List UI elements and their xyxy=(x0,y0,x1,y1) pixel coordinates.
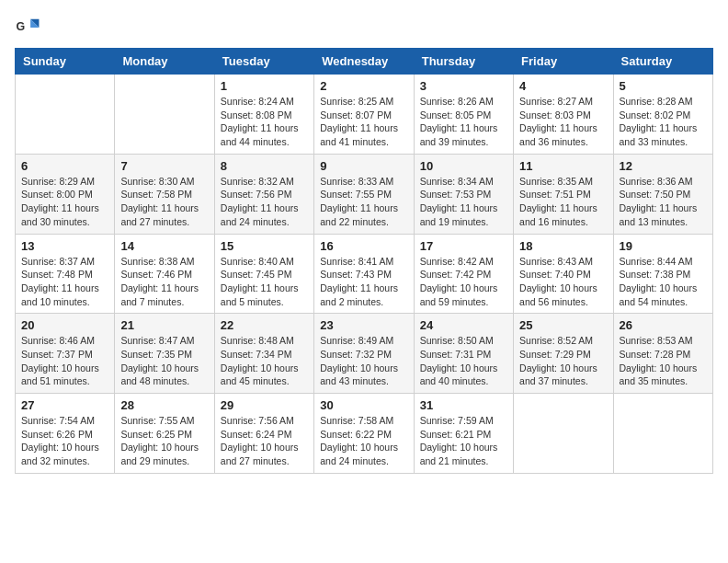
cell-content: Sunrise: 8:33 AM Sunset: 7:55 PM Dayligh… xyxy=(320,175,407,229)
cell-content: Sunrise: 8:41 AM Sunset: 7:43 PM Dayligh… xyxy=(320,255,407,309)
cell-content: Sunrise: 8:32 AM Sunset: 7:56 PM Dayligh… xyxy=(221,175,308,229)
day-number: 20 xyxy=(21,318,108,332)
cell-content: Sunrise: 7:58 AM Sunset: 6:22 PM Dayligh… xyxy=(320,414,407,468)
day-number: 28 xyxy=(120,398,208,412)
day-number: 18 xyxy=(519,239,607,253)
col-header-sunday: Sunday xyxy=(16,49,115,75)
day-number: 27 xyxy=(21,398,108,412)
day-number: 7 xyxy=(120,159,208,173)
calendar-cell: 27Sunrise: 7:54 AM Sunset: 6:26 PM Dayli… xyxy=(16,394,115,474)
cell-content: Sunrise: 7:54 AM Sunset: 6:26 PM Dayligh… xyxy=(21,414,108,468)
cell-content: Sunrise: 8:50 AM Sunset: 7:31 PM Dayligh… xyxy=(420,334,507,388)
cell-content: Sunrise: 8:26 AM Sunset: 8:05 PM Dayligh… xyxy=(420,95,507,149)
day-number: 25 xyxy=(519,318,607,332)
cell-content: Sunrise: 8:24 AM Sunset: 8:08 PM Dayligh… xyxy=(221,95,308,149)
col-header-wednesday: Wednesday xyxy=(314,49,414,75)
cell-content: Sunrise: 8:27 AM Sunset: 8:03 PM Dayligh… xyxy=(519,95,607,149)
cell-content: Sunrise: 8:35 AM Sunset: 7:51 PM Dayligh… xyxy=(519,175,607,229)
calendar-cell xyxy=(514,394,613,474)
calendar-cell: 12Sunrise: 8:36 AM Sunset: 7:50 PM Dayli… xyxy=(613,154,712,234)
calendar-cell: 5Sunrise: 8:28 AM Sunset: 8:02 PM Daylig… xyxy=(613,75,712,155)
day-number: 8 xyxy=(221,159,308,173)
calendar-cell: 31Sunrise: 7:59 AM Sunset: 6:21 PM Dayli… xyxy=(414,394,513,474)
cell-content: Sunrise: 8:46 AM Sunset: 7:37 PM Dayligh… xyxy=(21,334,108,388)
day-number: 21 xyxy=(120,318,208,332)
calendar-cell: 30Sunrise: 7:58 AM Sunset: 6:22 PM Dayli… xyxy=(314,394,414,474)
calendar-cell: 13Sunrise: 8:37 AM Sunset: 7:48 PM Dayli… xyxy=(16,234,115,314)
calendar-week-row: 20Sunrise: 8:46 AM Sunset: 7:37 PM Dayli… xyxy=(16,314,713,394)
calendar-cell: 21Sunrise: 8:47 AM Sunset: 7:35 PM Dayli… xyxy=(115,314,214,394)
day-number: 3 xyxy=(420,79,507,93)
calendar-cell: 16Sunrise: 8:41 AM Sunset: 7:43 PM Dayli… xyxy=(314,234,414,314)
calendar-week-row: 27Sunrise: 7:54 AM Sunset: 6:26 PM Dayli… xyxy=(16,394,713,474)
calendar-cell: 4Sunrise: 8:27 AM Sunset: 8:03 PM Daylig… xyxy=(514,75,613,155)
logo: G xyxy=(15,15,44,40)
day-number: 19 xyxy=(620,239,707,253)
calendar-cell: 1Sunrise: 8:24 AM Sunset: 8:08 PM Daylig… xyxy=(214,75,313,155)
calendar-cell: 9Sunrise: 8:33 AM Sunset: 7:55 PM Daylig… xyxy=(314,154,414,234)
cell-content: Sunrise: 8:36 AM Sunset: 7:50 PM Dayligh… xyxy=(620,175,707,229)
cell-content: Sunrise: 8:30 AM Sunset: 7:58 PM Dayligh… xyxy=(120,175,208,229)
calendar-cell: 20Sunrise: 8:46 AM Sunset: 7:37 PM Dayli… xyxy=(16,314,115,394)
calendar-cell xyxy=(16,75,115,155)
cell-content: Sunrise: 8:34 AM Sunset: 7:53 PM Dayligh… xyxy=(420,175,507,229)
col-header-friday: Friday xyxy=(514,49,613,75)
calendar-cell: 25Sunrise: 8:52 AM Sunset: 7:29 PM Dayli… xyxy=(514,314,613,394)
cell-content: Sunrise: 8:48 AM Sunset: 7:34 PM Dayligh… xyxy=(221,334,308,388)
calendar-cell: 14Sunrise: 8:38 AM Sunset: 7:46 PM Dayli… xyxy=(115,234,214,314)
day-number: 22 xyxy=(221,318,308,332)
calendar-cell: 15Sunrise: 8:40 AM Sunset: 7:45 PM Dayli… xyxy=(214,234,313,314)
day-number: 30 xyxy=(320,398,407,412)
day-number: 16 xyxy=(320,239,407,253)
col-header-saturday: Saturday xyxy=(613,49,712,75)
calendar-cell: 17Sunrise: 8:42 AM Sunset: 7:42 PM Dayli… xyxy=(414,234,513,314)
day-number: 26 xyxy=(620,318,707,332)
cell-content: Sunrise: 8:38 AM Sunset: 7:46 PM Dayligh… xyxy=(120,255,208,309)
col-header-monday: Monday xyxy=(115,49,214,75)
cell-content: Sunrise: 8:49 AM Sunset: 7:32 PM Dayligh… xyxy=(320,334,407,388)
day-number: 12 xyxy=(620,159,707,173)
day-number: 24 xyxy=(420,318,507,332)
calendar-cell: 28Sunrise: 7:55 AM Sunset: 6:25 PM Dayli… xyxy=(115,394,214,474)
cell-content: Sunrise: 8:42 AM Sunset: 7:42 PM Dayligh… xyxy=(420,255,507,309)
calendar-cell: 8Sunrise: 8:32 AM Sunset: 7:56 PM Daylig… xyxy=(214,154,313,234)
cell-content: Sunrise: 8:40 AM Sunset: 7:45 PM Dayligh… xyxy=(221,255,308,309)
calendar-cell: 3Sunrise: 8:26 AM Sunset: 8:05 PM Daylig… xyxy=(414,75,513,155)
day-number: 23 xyxy=(320,318,407,332)
calendar-cell: 6Sunrise: 8:29 AM Sunset: 8:00 PM Daylig… xyxy=(16,154,115,234)
calendar-header-row: SundayMondayTuesdayWednesdayThursdayFrid… xyxy=(16,49,713,75)
cell-content: Sunrise: 8:43 AM Sunset: 7:40 PM Dayligh… xyxy=(519,255,607,309)
calendar-cell: 10Sunrise: 8:34 AM Sunset: 7:53 PM Dayli… xyxy=(414,154,513,234)
day-number: 31 xyxy=(420,398,507,412)
day-number: 6 xyxy=(21,159,108,173)
day-number: 9 xyxy=(320,159,407,173)
col-header-tuesday: Tuesday xyxy=(214,49,313,75)
day-number: 17 xyxy=(420,239,507,253)
day-number: 5 xyxy=(620,79,707,93)
cell-content: Sunrise: 8:53 AM Sunset: 7:28 PM Dayligh… xyxy=(620,334,707,388)
calendar-cell: 18Sunrise: 8:43 AM Sunset: 7:40 PM Dayli… xyxy=(514,234,613,314)
calendar-week-row: 1Sunrise: 8:24 AM Sunset: 8:08 PM Daylig… xyxy=(16,75,713,155)
calendar-week-row: 13Sunrise: 8:37 AM Sunset: 7:48 PM Dayli… xyxy=(16,234,713,314)
day-number: 14 xyxy=(120,239,208,253)
calendar-cell: 7Sunrise: 8:30 AM Sunset: 7:58 PM Daylig… xyxy=(115,154,214,234)
day-number: 15 xyxy=(221,239,308,253)
day-number: 1 xyxy=(221,79,308,93)
calendar-cell: 19Sunrise: 8:44 AM Sunset: 7:38 PM Dayli… xyxy=(613,234,712,314)
calendar-cell xyxy=(613,394,712,474)
cell-content: Sunrise: 8:44 AM Sunset: 7:38 PM Dayligh… xyxy=(620,255,707,309)
calendar-cell: 2Sunrise: 8:25 AM Sunset: 8:07 PM Daylig… xyxy=(314,75,414,155)
calendar-cell: 24Sunrise: 8:50 AM Sunset: 7:31 PM Dayli… xyxy=(414,314,513,394)
cell-content: Sunrise: 8:28 AM Sunset: 8:02 PM Dayligh… xyxy=(620,95,707,149)
day-number: 13 xyxy=(21,239,108,253)
day-number: 29 xyxy=(221,398,308,412)
calendar-cell xyxy=(115,75,214,155)
cell-content: Sunrise: 7:56 AM Sunset: 6:24 PM Dayligh… xyxy=(221,414,308,468)
cell-content: Sunrise: 8:37 AM Sunset: 7:48 PM Dayligh… xyxy=(21,255,108,309)
cell-content: Sunrise: 8:25 AM Sunset: 8:07 PM Dayligh… xyxy=(320,95,407,149)
day-number: 11 xyxy=(519,159,607,173)
cell-content: Sunrise: 7:59 AM Sunset: 6:21 PM Dayligh… xyxy=(420,414,507,468)
day-number: 4 xyxy=(519,79,607,93)
calendar-cell: 26Sunrise: 8:53 AM Sunset: 7:28 PM Dayli… xyxy=(613,314,712,394)
cell-content: Sunrise: 7:55 AM Sunset: 6:25 PM Dayligh… xyxy=(120,414,208,468)
